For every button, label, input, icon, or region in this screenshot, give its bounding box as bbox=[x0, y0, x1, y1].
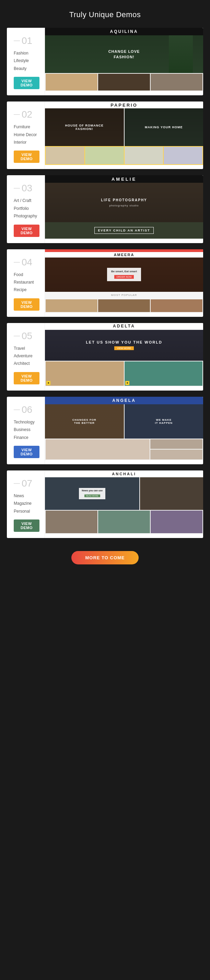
ad-header: ADELTA bbox=[45, 323, 203, 330]
demo-tag-interior: Interior bbox=[14, 139, 40, 146]
amr-card-title: Be smart, Eat smart bbox=[111, 270, 137, 273]
demo-tag-portfolio: Portfolio bbox=[14, 205, 40, 212]
anc-thumb-1 bbox=[46, 511, 97, 533]
ad-hero-btn: VIEW MORE bbox=[114, 346, 134, 350]
am-hero-sub: photography studio bbox=[101, 204, 147, 207]
demo-tags-01: Fashion Lifestyle Beauty bbox=[14, 50, 40, 72]
demo-left-02: 02 Furniture Home Decor Interior VIEW DE… bbox=[7, 102, 45, 169]
aq-thumb-2 bbox=[98, 74, 150, 91]
anc-thumb-2 bbox=[98, 511, 150, 533]
demo-tag-furniture: Furniture bbox=[14, 123, 40, 130]
anc-news-title: News you can use bbox=[82, 489, 103, 492]
am-hero2: EVERY CHILD AN ARTIST bbox=[45, 222, 203, 239]
amr-hero: Be smart, Eat smart ORDER NOW bbox=[45, 258, 203, 292]
demo-left-07: 07 News Magazine Personal VIEW DEMO bbox=[7, 471, 45, 538]
aq-hero-text: CHANGE LOVEFASHION! bbox=[108, 49, 140, 60]
demo-tag-technology: Technology bbox=[14, 419, 40, 426]
view-demo-anchali[interactable]: VIEW DEMO bbox=[14, 520, 40, 532]
demo-tag-personal: Personal bbox=[14, 508, 40, 515]
am-hero: LIFE PHOTOGRAPHY photography studio bbox=[45, 183, 203, 222]
view-demo-amelie[interactable]: VIEW DEMO bbox=[14, 224, 40, 237]
anc-thumbs bbox=[45, 510, 203, 534]
ang-bottom-side bbox=[150, 439, 202, 460]
ad-thumb-badge-2: ★ bbox=[125, 381, 129, 385]
aq-thumb-3 bbox=[151, 74, 202, 91]
demo-right-ameera: AMEERA Be smart, Eat smart ORDER NOW MOS… bbox=[45, 249, 203, 317]
demo-number-03: 03 bbox=[14, 183, 40, 194]
ad-thumb-badge-1: ★ bbox=[46, 381, 51, 385]
demo-tag-restaurant: Restaurant bbox=[14, 279, 40, 286]
aq-logo: AQUILINA bbox=[110, 29, 138, 34]
screenshot-anchali: ANCHALI News you can use READ MORE bbox=[45, 471, 203, 534]
demo-number-04: 04 bbox=[14, 257, 40, 268]
pp-thumb-4 bbox=[164, 147, 202, 164]
ang-hero-left: CHANGES FORTHE BETTER bbox=[45, 404, 124, 439]
ad-hero-content: LET US SHOW YOU THE WORLD VIEW MORE bbox=[86, 340, 162, 350]
demo-right-aquilina: AQUILINA CHANGE LOVEFASHION! bbox=[45, 28, 203, 95]
demo-tag-recipe: Recipe bbox=[14, 286, 40, 293]
aq-thumb-1 bbox=[46, 74, 97, 91]
more-btn-wrap: MORE TO COME bbox=[0, 544, 210, 575]
pp-thumb-3 bbox=[124, 147, 163, 164]
ad-hero-txt: LET US SHOW YOU THE WORLD bbox=[86, 340, 162, 344]
ang-hero-right: WE MAKEIT HAPPEN bbox=[124, 404, 204, 439]
screenshot-adelta: ADELTA LET US SHOW YOU THE WORLD VIEW MO… bbox=[45, 323, 203, 387]
pp-hero: HOUSE OF ROMANCEFASHION! MAKING YOUR HOM… bbox=[45, 108, 203, 146]
demo-left-06: 06 Technology Business Finance VIEW DEMO bbox=[7, 397, 45, 464]
amr-thumb-3 bbox=[151, 299, 202, 312]
demo-section-anchali: 07 News Magazine Personal VIEW DEMO ANCH… bbox=[7, 471, 203, 538]
demo-tag-architect: Architect bbox=[14, 360, 40, 367]
demo-section-adelta: 05 Travel Adventure Architect VIEW DEMO … bbox=[7, 323, 203, 391]
pp-logo: PAPERIO bbox=[110, 102, 138, 108]
anc-news-card: News you can use READ MORE bbox=[79, 488, 105, 499]
anc-hero: News you can use READ MORE bbox=[45, 477, 203, 510]
view-demo-ameera[interactable]: VIEW DEMO bbox=[14, 298, 40, 311]
am-hero-inner: LIFE PHOTOGRAPHY photography studio bbox=[101, 198, 147, 207]
amr-card: Be smart, Eat smart ORDER NOW bbox=[107, 268, 141, 281]
amr-logo: AMEERA bbox=[114, 253, 135, 257]
demo-tag-fashion: Fashion bbox=[14, 50, 40, 57]
more-to-come-button[interactable]: MORE TO COME bbox=[72, 551, 138, 565]
demo-right-anchali: ANCHALI News you can use READ MORE bbox=[45, 471, 203, 538]
aq-thumbs bbox=[45, 73, 203, 91]
demo-left-01: 01 Fashion Lifestyle Beauty VIEW DEMO bbox=[7, 28, 45, 95]
ang-hero: CHANGES FORTHE BETTER WE MAKEIT HAPPEN bbox=[45, 404, 203, 439]
page-title: Truly Unique Demos bbox=[0, 0, 210, 28]
amr-thumb-2 bbox=[98, 299, 150, 312]
anc-header: ANCHALI bbox=[45, 471, 203, 477]
demo-tags-07: News Magazine Personal bbox=[14, 492, 40, 515]
demo-tag-magazine: Magazine bbox=[14, 500, 40, 507]
screenshot-paperio: PAPERIO HOUSE OF ROMANCEFASHION! MAKING … bbox=[45, 102, 203, 165]
aq-hero-face bbox=[169, 35, 193, 73]
demo-tags-06: Technology Business Finance bbox=[14, 419, 40, 441]
ang-hero-txt-right: WE MAKEIT HAPPEN bbox=[155, 418, 173, 425]
demo-right-adelta: ADELTA LET US SHOW YOU THE WORLD VIEW MO… bbox=[45, 323, 203, 391]
pp-thumb-2 bbox=[85, 147, 124, 164]
view-demo-aquilina[interactable]: VIEW DEMO bbox=[14, 77, 40, 89]
aq-hero: CHANGE LOVEFASHION! bbox=[45, 35, 203, 73]
demo-tags-03: Art / Craft Portfolio Photography bbox=[14, 197, 40, 220]
demo-tag-adventure: Adventure bbox=[14, 353, 40, 360]
demo-number-05: 05 bbox=[14, 331, 40, 342]
demo-left-05: 05 Travel Adventure Architect VIEW DEMO bbox=[7, 323, 45, 391]
demo-tag-artcraft: Art / Craft bbox=[14, 197, 40, 204]
ad-logo: ADELTA bbox=[113, 324, 135, 328]
am-header: AMELIE bbox=[45, 175, 203, 183]
aq-header: AQUILINA bbox=[45, 28, 203, 35]
demo-number-07: 07 bbox=[14, 478, 40, 489]
demo-number-06: 06 bbox=[14, 404, 40, 415]
ad-thumbs: ★ ★ bbox=[45, 361, 203, 387]
screenshot-ameera: AMEERA Be smart, Eat smart ORDER NOW MOS… bbox=[45, 249, 203, 313]
view-demo-paperio[interactable]: VIEW DEMO bbox=[14, 151, 40, 163]
demo-tag-homedecor: Home Decor bbox=[14, 131, 40, 138]
demo-number-02: 02 bbox=[14, 109, 40, 120]
view-demo-adelta[interactable]: VIEW DEMO bbox=[14, 372, 40, 384]
demo-tag-news: News bbox=[14, 492, 40, 499]
view-demo-angela[interactable]: VIEW DEMO bbox=[14, 446, 40, 458]
demo-tag-business: Business bbox=[14, 426, 40, 433]
demo-tag-photography: Photography bbox=[14, 213, 40, 220]
anc-logo: ANCHALI bbox=[112, 472, 136, 476]
pp-hero-txt-left: HOUSE OF ROMANCEFASHION! bbox=[65, 124, 103, 130]
ad-hero: LET US SHOW YOU THE WORLD VIEW MORE bbox=[45, 330, 203, 361]
ang-logo: ANGELA bbox=[112, 398, 136, 403]
